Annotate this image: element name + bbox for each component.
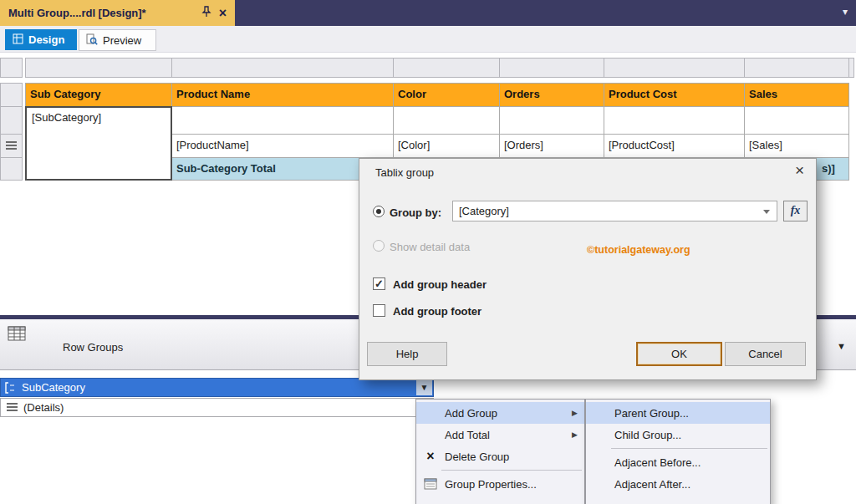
detail-cell[interactable]: [ProductName] [171, 134, 394, 158]
group-by-label: Group by: [390, 206, 441, 219]
column-header-cell[interactable]: Sales [744, 83, 849, 107]
document-tab-title: Multi Group....rdl [Design]* [8, 7, 194, 19]
details-icon [7, 400, 18, 415]
details-handle-icon [6, 139, 17, 154]
menu-item-add-total[interactable]: Add Total ▶ [416, 424, 584, 445]
column-handle[interactable] [393, 58, 500, 78]
add-group-footer-checkbox[interactable] [373, 304, 385, 317]
row-handle[interactable] [0, 83, 23, 107]
menu-item-label: Child Group... [614, 429, 681, 441]
group-item-label: SubCategory [22, 381, 85, 394]
preview-icon [86, 33, 98, 48]
group-item-subcategory[interactable]: SubCategory ▼ [0, 378, 434, 397]
menu-item-adjacent-after[interactable]: Adjacent After... [586, 473, 770, 495]
group-icon [4, 382, 16, 394]
add-group-submenu: Parent Group... Child Group... Adjacent … [585, 399, 771, 504]
menu-item-label: Adjacent Before... [614, 456, 701, 469]
pin-icon[interactable] [201, 6, 211, 21]
close-icon[interactable]: × [219, 7, 227, 20]
menu-item-label: Add Total [445, 429, 490, 441]
design-tab-label: Design [28, 33, 64, 46]
column-header-cell[interactable]: Color [393, 83, 500, 107]
submenu-arrow-icon: ▶ [572, 430, 578, 439]
column-handle[interactable] [25, 58, 172, 78]
view-toolbar: Design Preview [0, 26, 856, 53]
menu-item-adjacent-before[interactable]: Adjacent Before... [586, 451, 770, 473]
column-handle[interactable] [171, 58, 394, 78]
add-group-header-checkbox[interactable]: ✓ [373, 277, 385, 290]
column-header-cell[interactable]: Orders [499, 83, 604, 107]
watermark-text: ©tutorialgateway.org [587, 244, 690, 256]
menu-item-label: Adjacent After... [614, 478, 690, 491]
ok-button[interactable]: OK [636, 342, 722, 366]
table-cell-empty[interactable] [171, 106, 394, 135]
group-context-menu: Add Group ▶ Add Total ▶ × Delete Group G… [415, 399, 585, 504]
column-header-cell[interactable]: Product Cost [604, 83, 745, 107]
row-handle[interactable] [0, 106, 23, 135]
design-icon [13, 33, 23, 47]
details-item-label: (Details) [23, 401, 64, 414]
table-cell-empty[interactable] [499, 106, 604, 135]
group-cell-subcategory[interactable]: [SubCategory] [25, 106, 172, 181]
group-by-radio[interactable] [373, 206, 385, 217]
menu-item-group-properties[interactable]: Group Properties... [416, 473, 584, 495]
group-dropdown-button[interactable]: ▼ [416, 379, 432, 395]
show-detail-radio [373, 240, 385, 252]
titlebar: Multi Group....rdl [Design]* × ▾ [0, 0, 856, 26]
document-tab[interactable]: Multi Group....rdl [Design]* × [0, 0, 235, 26]
row-handle[interactable] [0, 157, 23, 181]
table-cell-empty[interactable] [744, 106, 849, 135]
detail-cell[interactable]: [ProductCost] [604, 134, 745, 158]
chevron-down-icon[interactable] [763, 210, 770, 214]
preview-tab-button[interactable]: Preview [79, 29, 156, 51]
menu-item-label: Group Properties... [445, 478, 537, 491]
app-window: Multi Group....rdl [Design]* × ▾ Design … [0, 0, 856, 504]
grouping-pane-dropdown-icon[interactable]: ▼ [837, 341, 846, 351]
row-groups-icon [8, 326, 26, 344]
cancel-button[interactable]: Cancel [725, 342, 806, 366]
group-item-details[interactable]: (Details) [0, 398, 434, 417]
tablix-corner-handle[interactable] [0, 58, 23, 78]
menu-item-add-group[interactable]: Add Group ▶ [416, 402, 584, 424]
column-handle[interactable] [744, 58, 849, 78]
column-header-cell[interactable]: Product Name [171, 83, 394, 107]
row-groups-title: Row Groups [63, 341, 123, 354]
window-dropdown-icon[interactable]: ▾ [843, 6, 848, 18]
detail-cell[interactable]: [Orders] [499, 134, 604, 158]
design-tab-button[interactable]: Design [5, 29, 77, 50]
group-by-value: [Category] [459, 205, 509, 217]
dialog-title: Tablix group [375, 166, 434, 179]
add-group-header-label: Add group header [393, 278, 487, 291]
menu-item-label: Parent Group... [614, 407, 689, 420]
menu-separator [441, 470, 582, 471]
add-group-footer-label: Add group footer [393, 305, 482, 318]
expression-button[interactable]: fx [783, 201, 808, 221]
delete-icon: × [422, 449, 439, 464]
group-properties-icon [422, 478, 439, 490]
menu-item-parent-group[interactable]: Parent Group... [586, 402, 770, 424]
table-cell-empty[interactable] [604, 106, 745, 135]
submenu-arrow-icon: ▶ [572, 409, 578, 417]
table-cell-empty[interactable] [393, 106, 500, 135]
show-detail-label: Show detail data [390, 241, 470, 253]
help-button[interactable]: Help [367, 342, 447, 366]
column-handle[interactable] [848, 58, 854, 78]
close-icon[interactable]: × [795, 162, 804, 178]
column-header-cell[interactable]: Sub Category [25, 83, 172, 107]
detail-cell[interactable]: [Color] [393, 134, 500, 158]
checkmark-icon: ✓ [374, 277, 384, 290]
group-by-combobox[interactable]: [Category] [452, 201, 777, 221]
detail-cell[interactable]: [Sales] [744, 134, 849, 158]
preview-tab-label: Preview [103, 34, 141, 47]
menu-item-child-group[interactable]: Child Group... [586, 424, 770, 445]
menu-item-label: Add Group [445, 407, 497, 420]
column-handle[interactable] [499, 58, 604, 78]
menu-item-delete-group[interactable]: × Delete Group [416, 445, 584, 467]
tablix-group-dialog: Tablix group × Group by: [Category] fx S… [359, 158, 817, 380]
row-handle[interactable] [0, 134, 23, 158]
column-handle[interactable] [604, 58, 745, 78]
menu-separator [611, 448, 767, 449]
menu-item-label: Delete Group [445, 451, 509, 463]
